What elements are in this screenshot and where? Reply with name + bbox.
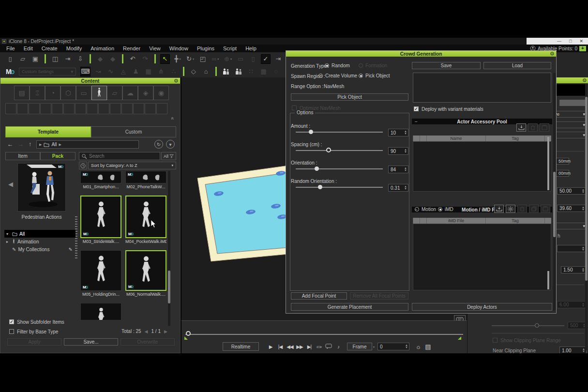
content-item-m01-smartphon-[interactable]: MDM01_Smartphon... xyxy=(80,171,121,189)
sort-select[interactable]: Sort by Category: A to Z▾ xyxy=(88,162,176,169)
random-orientation-slider[interactable] xyxy=(296,187,383,188)
content-item-m04-pocketwalk-imd[interactable]: MDM04_PocketWalk.iMD xyxy=(125,196,166,244)
pack-prev-icon[interactable]: ◀ xyxy=(8,181,13,188)
filter-all-button[interactable]: All xyxy=(161,152,176,160)
filter-base-checkbox[interactable] xyxy=(9,329,14,334)
animation-category-icon[interactable] xyxy=(91,86,107,100)
focal-length-spinner[interactable]: 50.00▲▼ xyxy=(557,187,586,195)
tree-item-all[interactable]: ▾All xyxy=(4,230,75,238)
character-pose-b-icon[interactable]: ◆ xyxy=(108,54,118,64)
menu-help[interactable]: Help xyxy=(241,45,261,51)
range-start-marker[interactable]: ◣ xyxy=(184,336,188,340)
empty-content-slot[interactable] xyxy=(87,103,98,114)
bone-icon[interactable]: ⋔ xyxy=(156,67,166,76)
menu-modify[interactable]: Modify xyxy=(62,45,86,51)
md-logo-button[interactable]: MD xyxy=(6,68,14,75)
content-close-icon[interactable]: ⊙ xyxy=(174,78,178,83)
accessory-table-scrollbar[interactable] xyxy=(547,137,549,190)
panel-close-icon[interactable]: ⊙ xyxy=(583,77,587,83)
deploy-variant-checkbox[interactable]: ✓ xyxy=(414,106,419,111)
grid-icon[interactable]: ▦ xyxy=(259,67,269,76)
empty-content-slot[interactable] xyxy=(5,103,16,114)
accessory-col-name[interactable]: Name xyxy=(426,136,485,141)
timeline-panel-icon[interactable]: ▤ xyxy=(423,342,433,351)
fov-spinner[interactable]: 39.60▲▼ xyxy=(557,205,586,212)
spacing-spinner[interactable]: 90▲▼ xyxy=(388,147,408,155)
tree-item-animation[interactable]: ▸Animation xyxy=(4,238,75,245)
custom-settings-select[interactable]: Custom Settings▾ xyxy=(19,68,76,75)
radio-pick-object[interactable]: Pick Object xyxy=(359,73,390,78)
collapse-chevron-icon[interactable]: « xyxy=(170,117,176,120)
load-preset-button[interactable]: Load xyxy=(483,62,551,69)
empty-content-slot[interactable] xyxy=(98,103,109,114)
enter-exit-icon[interactable]: ⇥ xyxy=(273,54,283,64)
clip-range-slider[interactable] xyxy=(492,325,564,326)
search-input[interactable]: Search xyxy=(79,152,160,160)
tab-pack[interactable]: Pack xyxy=(40,152,75,160)
gamepad-icon[interactable]: ⌨ xyxy=(80,67,90,76)
radio-imd[interactable]: iMD xyxy=(438,207,453,212)
empty-content-slot[interactable] xyxy=(156,103,167,114)
scatter-icon[interactable]: ∷ xyxy=(246,67,256,76)
loop-range-button[interactable]: ▭▾ xyxy=(314,342,324,351)
tab-item[interactable]: Item xyxy=(5,152,40,160)
stage-icon[interactable]: ▦ xyxy=(144,67,153,76)
empty-content-slot[interactable] xyxy=(75,103,86,114)
pack-thumbnail[interactable]: MD xyxy=(17,163,66,211)
rotate-tool-icon[interactable]: ↻▾ xyxy=(185,54,195,64)
open-project-icon[interactable]: ▱ xyxy=(18,54,28,64)
empty-content-slot[interactable] xyxy=(121,103,133,114)
accessory-import-icon[interactable] xyxy=(516,123,526,132)
content-item-m03-stridewalk-[interactable]: MDM03_StrideWalk.... xyxy=(80,196,121,244)
tab-template[interactable]: Template xyxy=(5,126,91,137)
motion-table-body[interactable] xyxy=(413,224,551,290)
accessory-table-body[interactable] xyxy=(413,141,551,192)
clip-range-spinner[interactable]: 500▲▼ xyxy=(568,322,587,329)
panel-spinner-3[interactable]: 1.50▲▼ xyxy=(561,266,586,273)
audio-note-icon[interactable]: ♪ xyxy=(333,342,343,351)
timeline-scrubber[interactable] xyxy=(185,334,463,335)
amount-slider[interactable] xyxy=(296,132,383,133)
cloth-category-icon[interactable]: ⬡ xyxy=(60,86,76,100)
frame-dropdown-dot[interactable]: ▾ xyxy=(373,345,375,348)
content-item-m02-phonetalkw-[interactable]: MDM02_PhoneTalkW... xyxy=(125,171,166,189)
select-tool-icon[interactable]: ↖ xyxy=(160,54,170,64)
undo-icon[interactable]: ↶ xyxy=(128,54,137,64)
overwrite-button[interactable]: Overwrite xyxy=(121,338,175,346)
morph-icon[interactable]: ◬ xyxy=(119,67,128,76)
remove-all-focal-points-button[interactable]: Remove All Focal Points xyxy=(350,292,408,300)
move-tool-icon[interactable]: ╋▾ xyxy=(173,54,182,64)
prop-category-icon[interactable]: ▭ xyxy=(76,86,91,100)
spacing-slider[interactable] xyxy=(296,150,383,151)
deploy-actors-button[interactable]: Deploy Actors xyxy=(412,303,552,311)
empty-content-slot[interactable] xyxy=(63,103,75,114)
maximize-button[interactable]: □ xyxy=(569,39,572,44)
menu-view[interactable]: View xyxy=(145,45,165,51)
random-orientation-spinner[interactable]: 0.31▲▼ xyxy=(388,184,408,192)
dialog-scrollbar-thumb[interactable] xyxy=(553,172,556,237)
scene-category-icon[interactable]: ▱ xyxy=(107,86,122,100)
save-preset-button[interactable]: Save xyxy=(412,62,481,69)
panel-button[interactable] xyxy=(559,100,586,106)
menu-animation[interactable]: Animation xyxy=(86,45,119,51)
ball-category-icon[interactable]: ◉ xyxy=(153,86,169,100)
close-button[interactable]: ✕ xyxy=(579,39,583,44)
motion-export-icon[interactable] xyxy=(541,205,550,213)
go-to-start-button[interactable]: |◀ xyxy=(275,342,285,351)
menu-window[interactable]: Window xyxy=(165,45,193,51)
motion-col-tag[interactable]: Tag xyxy=(485,218,544,224)
grid-scrollbar-thumb[interactable] xyxy=(168,271,170,303)
empty-content-slot[interactable] xyxy=(17,103,28,114)
back-icon[interactable]: ← xyxy=(7,141,13,148)
content-item[interactable] xyxy=(80,303,121,320)
key-diamond-icon[interactable]: ◇ xyxy=(189,67,198,76)
radio-formation[interactable]: Formation xyxy=(359,63,387,68)
panel-spinner-4[interactable]: 6.00▲▼ xyxy=(557,301,586,308)
refresh-icon[interactable]: ↻ xyxy=(154,140,163,149)
accessory-export-icon[interactable] xyxy=(540,123,549,132)
save-project-icon[interactable]: ▣ xyxy=(30,54,40,64)
actor-icon[interactable]: ♟ xyxy=(131,67,141,76)
fast-forward-button[interactable]: ▶▶ xyxy=(295,342,304,351)
frame-spinner[interactable]: 0▲▼ xyxy=(377,343,409,350)
pager-prev-icon[interactable]: ◀ xyxy=(145,329,148,334)
